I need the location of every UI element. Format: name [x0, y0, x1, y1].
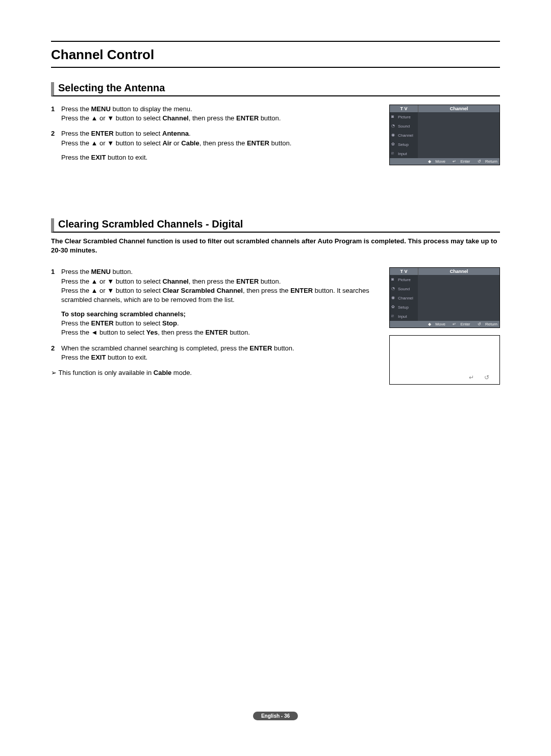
step-number: 2: [51, 344, 56, 362]
dialog-icons: ↵ ↺: [469, 374, 489, 381]
step: 2Press the ENTER button to select Antenn…: [51, 129, 377, 162]
osd-side-icon: ◙: [391, 277, 396, 282]
osd-panel-2: T V Channel ◙Picture◔Sound◉Channel✿Setup…: [389, 267, 500, 328]
osd-side-item[interactable]: ✿Setup: [390, 303, 418, 312]
enter-hint: ↵ Enter: [449, 322, 470, 326]
step: 2When the scrambled channel searching is…: [51, 344, 377, 362]
step-number: 2: [51, 129, 56, 162]
osd-side-icon: ◔: [391, 286, 396, 291]
osd-side-item[interactable]: ◉Channel: [390, 131, 418, 140]
osd-title: Channel: [418, 268, 499, 275]
osd-footer: ◆ Move ↵ Enter ↺ Return: [390, 321, 499, 327]
enter-hint: ↵ Enter: [449, 159, 470, 164]
osd-side-icon: ⎚: [391, 151, 396, 156]
osd-tv-label: T V: [390, 268, 418, 275]
osd-main: [418, 112, 499, 158]
osd-side-item[interactable]: ⎚Input: [390, 149, 418, 158]
step: 1Press the MENU button.Press the ▲ or ▼ …: [51, 267, 377, 337]
return-hint: ↺ Return: [474, 322, 497, 326]
chapter-title: Channel Control: [51, 42, 500, 68]
osd-side-icon: ◉: [391, 133, 396, 138]
osd-side-item[interactable]: ⎚Input: [390, 312, 418, 321]
section-heading-scrambled: Clearing Scrambled Channels - Digital: [51, 218, 500, 233]
osd-main: [418, 275, 499, 321]
osd-side-icon: ✿: [391, 142, 396, 147]
section1-body: 1Press the MENU button to display the me…: [51, 105, 500, 168]
osd-side-icon: ⎚: [391, 314, 396, 319]
osd-side-icon: ✿: [391, 305, 396, 310]
osd-sidebar: ◙Picture◔Sound◉Channel✿Setup⎚Input: [390, 275, 418, 321]
section2-body: 1Press the MENU button.Press the ▲ or ▼ …: [51, 267, 500, 385]
return-hint: ↺ Return: [474, 159, 497, 164]
enter-icon: ↵: [469, 374, 474, 381]
osd-panel-1: T V Channel ◙Picture◔Sound◉Channel✿Setup…: [389, 105, 500, 165]
osd-tv-label: T V: [390, 105, 418, 112]
return-icon: ↺: [484, 374, 489, 381]
step-number: 1: [51, 267, 56, 337]
osd-sidebar: ◙Picture◔Sound◉Channel✿Setup⎚Input: [390, 112, 418, 158]
dialog-placeholder: ↵ ↺: [389, 335, 500, 385]
page-footer: English - 36: [253, 712, 298, 720]
section-heading-antenna: Selecting the Antenna: [51, 82, 500, 96]
section2-intro: The Clear Scrambled Channel function is …: [51, 237, 500, 255]
page-frame: Channel Control Selecting the Antenna 1P…: [51, 41, 500, 695]
osd-container-2: T V Channel ◙Picture◔Sound◉Channel✿Setup…: [389, 267, 500, 385]
step: 1Press the MENU button to display the me…: [51, 105, 377, 123]
step-number: 1: [51, 105, 56, 123]
note-line: ➢ This function is only available in Cab…: [51, 368, 377, 377]
section2-steps: 1Press the MENU button.Press the ▲ or ▼ …: [51, 267, 377, 385]
section1-steps: 1Press the MENU button to display the me…: [51, 105, 377, 168]
osd-side-item[interactable]: ◙Picture: [390, 112, 418, 121]
osd-title: Channel: [418, 105, 499, 112]
osd-side-item[interactable]: ◉Channel: [390, 293, 418, 303]
osd-side-item[interactable]: ◙Picture: [390, 275, 418, 284]
osd-side-item[interactable]: ✿Setup: [390, 140, 418, 149]
osd-side-item[interactable]: ◔Sound: [390, 284, 418, 293]
osd-side-icon: ◙: [391, 114, 396, 119]
move-hint: ◆ Move: [425, 159, 445, 164]
move-hint: ◆ Move: [425, 322, 445, 326]
osd-container-1: T V Channel ◙Picture◔Sound◉Channel✿Setup…: [389, 105, 500, 168]
osd-footer: ◆ Move ↵ Enter ↺ Return: [390, 158, 499, 165]
osd-side-item[interactable]: ◔Sound: [390, 121, 418, 131]
osd-side-icon: ◔: [391, 123, 396, 129]
osd-side-icon: ◉: [391, 295, 396, 300]
